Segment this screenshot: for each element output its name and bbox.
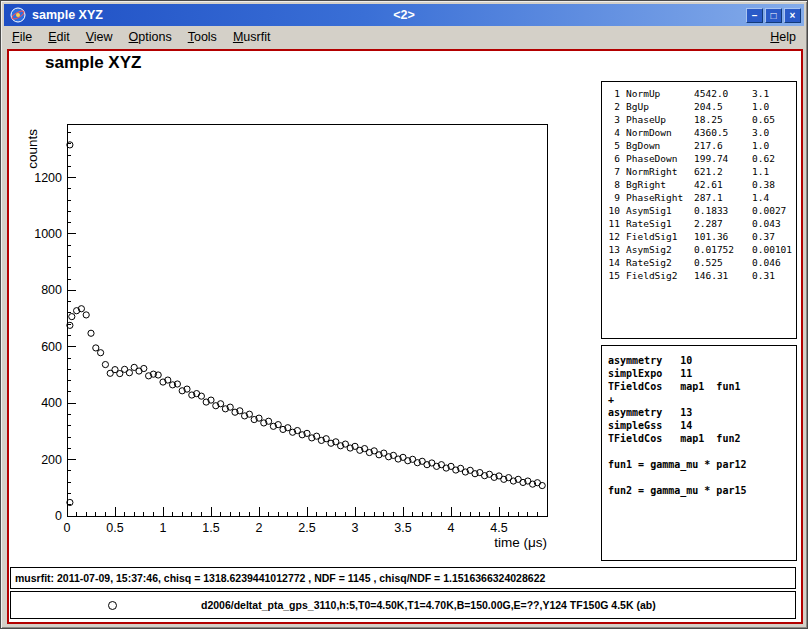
theory-line xyxy=(608,445,796,458)
stat-error: 0.043 xyxy=(752,217,796,230)
data-points xyxy=(67,142,546,506)
stat-name: BgDown xyxy=(626,139,688,152)
svg-text:1000: 1000 xyxy=(34,227,62,241)
svg-text:800: 800 xyxy=(41,283,62,297)
stat-name: FieldSig1 xyxy=(626,230,688,243)
root-canvas[interactable]: sample XYZ 00.511.522.533.544.5020040060… xyxy=(7,49,803,624)
stat-value: 199.74 xyxy=(694,152,746,165)
stat-error: 0.31 xyxy=(752,269,796,282)
data-point xyxy=(93,345,99,351)
menu-tools[interactable]: Tools xyxy=(180,28,225,46)
stat-index: 6 xyxy=(606,152,620,165)
stat-index: 9 xyxy=(606,191,620,204)
stat-index: 1 xyxy=(606,87,620,100)
stat-error: 0.046 xyxy=(752,256,796,269)
parameter-stats-box[interactable]: 1NormUp4542.03.12BgUp204.51.03PhaseUp18.… xyxy=(601,81,797,339)
svg-text:4.5: 4.5 xyxy=(490,521,507,535)
stat-value: 4360.5 xyxy=(694,126,746,139)
stat-name: NormUp xyxy=(626,87,688,100)
svg-text:1.5: 1.5 xyxy=(202,521,219,535)
theory-line: fun2 = gamma_mu * par15 xyxy=(608,484,796,497)
window-controls: –□× xyxy=(746,8,801,23)
stat-name: AsymSig2 xyxy=(626,243,688,256)
stat-value: 287.1 xyxy=(694,191,746,204)
svg-text:0.5: 0.5 xyxy=(106,521,123,535)
stat-name: RateSig2 xyxy=(626,256,688,269)
data-point xyxy=(67,322,73,328)
stat-name: BgUp xyxy=(626,100,688,113)
stat-index: 10 xyxy=(606,204,620,217)
stat-value: 0.01752 xyxy=(694,243,746,256)
data-point xyxy=(141,365,147,371)
theory-line: asymmetry 13 xyxy=(608,406,796,419)
stat-name: RateSig1 xyxy=(626,217,688,230)
stat-value: 204.5 xyxy=(694,100,746,113)
fit-info-box[interactable]: musrfit: 2011-07-09, 15:37:46, chisq = 1… xyxy=(10,567,796,589)
stat-error: 0.62 xyxy=(752,152,796,165)
fit-info-text: musrfit: 2011-07-09, 15:37:46, chisq = 1… xyxy=(15,572,545,584)
close-button[interactable]: × xyxy=(784,8,801,23)
stat-name: PhaseDown xyxy=(626,152,688,165)
stat-value: 0.525 xyxy=(694,256,746,269)
stat-value: 621.2 xyxy=(694,165,746,178)
stat-error: 1.0 xyxy=(752,139,796,152)
stat-value: 2.287 xyxy=(694,217,746,230)
menu-edit[interactable]: Edit xyxy=(40,28,78,46)
data-point xyxy=(539,482,545,488)
legend-marker-circle xyxy=(108,601,117,610)
title-bar[interactable]: sample XYZ <2> –□× xyxy=(4,4,804,26)
stat-error: 0.0027 xyxy=(752,204,796,217)
menu-file[interactable]: File xyxy=(4,28,40,46)
theory-line: simplExpo 11 xyxy=(608,367,796,380)
stat-value: 146.31 xyxy=(694,269,746,282)
svg-text:2: 2 xyxy=(256,521,263,535)
window-title: sample XYZ xyxy=(32,8,103,22)
plot-frame xyxy=(67,124,547,516)
stat-error: 1.1 xyxy=(752,165,796,178)
app-window: sample XYZ <2> –□× FileEditViewOptionsTo… xyxy=(0,0,808,629)
stats-rows: 1NormUp4542.03.12BgUp204.51.03PhaseUp18.… xyxy=(606,87,796,282)
stat-index: 13 xyxy=(606,243,620,256)
theory-line: TFieldCos map1 fun1 xyxy=(608,380,796,393)
menu-help[interactable]: Help xyxy=(762,28,804,46)
data-point xyxy=(83,312,89,318)
stat-error: 3.1 xyxy=(752,87,796,100)
stat-value: 0.1833 xyxy=(694,204,746,217)
y-axis-title: counts xyxy=(25,129,40,169)
stat-error: 0.38 xyxy=(752,178,796,191)
svg-text:2.5: 2.5 xyxy=(298,521,315,535)
menu-musrfit[interactable]: Musrfit xyxy=(225,28,279,46)
stat-error: 1.0 xyxy=(752,100,796,113)
x-axis-title: time (μs) xyxy=(494,535,547,550)
data-point xyxy=(198,393,204,399)
svg-text:1: 1 xyxy=(160,521,167,535)
stat-name: BgRight xyxy=(626,178,688,191)
minimize-button[interactable]: – xyxy=(746,8,763,23)
window-badge: <2> xyxy=(393,8,415,22)
stat-index: 11 xyxy=(606,217,620,230)
theory-line: TFieldCos map1 fun2 xyxy=(608,432,796,445)
data-point xyxy=(126,370,132,376)
stat-name: PhaseRight xyxy=(626,191,688,204)
axis-ticks xyxy=(67,132,547,516)
theory-box[interactable]: asymmetry 10simplExpo 11TFieldCos map1 f… xyxy=(601,345,797,561)
stat-error: 0.65 xyxy=(752,113,796,126)
svg-text:3: 3 xyxy=(352,521,359,535)
stat-name: FieldSig2 xyxy=(626,269,688,282)
maximize-button[interactable]: □ xyxy=(765,8,782,23)
stat-name: PhaseUp xyxy=(626,113,688,126)
stat-name: AsymSig1 xyxy=(626,204,688,217)
legend-label: d2006/deltat_pta_gps_3110,h:5,T0=4.50K,T… xyxy=(201,599,656,611)
stat-index: 8 xyxy=(606,178,620,191)
axis-labels: 00.511.522.533.544.502004006008001000120… xyxy=(34,171,508,535)
data-point xyxy=(98,350,104,356)
stat-index: 14 xyxy=(606,256,620,269)
stat-index: 12 xyxy=(606,230,620,243)
legend-box[interactable]: d2006/deltat_pta_gps_3110,h:5,T0=4.50K,T… xyxy=(10,591,796,619)
data-point xyxy=(88,330,94,336)
menu-view[interactable]: View xyxy=(78,28,121,46)
app-icon xyxy=(10,7,26,23)
data-point xyxy=(102,361,108,367)
menu-options[interactable]: Options xyxy=(121,28,180,46)
stat-error: 0.00101 xyxy=(752,243,796,256)
